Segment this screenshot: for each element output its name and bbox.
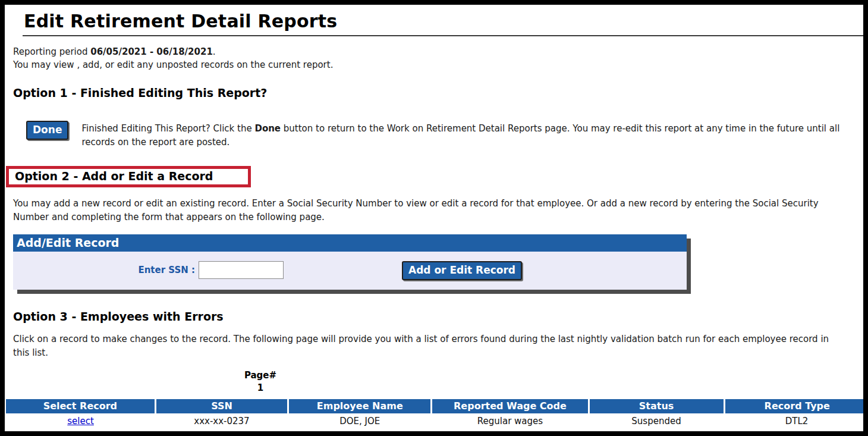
done-button[interactable]: Done — [26, 121, 68, 140]
option1-desc-before: Finished Editing This Report? Click the — [81, 123, 254, 134]
select-record-link[interactable]: select — [67, 416, 94, 426]
option1-heading: Option 1 - Finished Editing This Report? — [13, 86, 863, 99]
page-number-label: Page# — [222, 369, 299, 382]
page-number-block: Page# 1 — [222, 369, 299, 394]
record-type-cell: DTL2 — [724, 413, 868, 429]
ssn-input[interactable] — [199, 261, 284, 279]
employees-with-errors-table: Select Record SSN Employee Name Reported… — [6, 399, 868, 429]
option1-description: Finished Editing This Report? Click the … — [81, 122, 848, 149]
column-header-reported-wage-code: Reported Wage Code — [432, 399, 589, 413]
page-title: Edit Retirement Detail Reports — [24, 11, 863, 32]
column-header-select-record: Select Record — [6, 399, 155, 413]
option1-row: Done Finished Editing This Report? Click… — [26, 121, 863, 149]
column-header-record-type: Record Type — [724, 399, 868, 413]
table-header-row: Select Record SSN Employee Name Reported… — [6, 399, 868, 413]
reported-wage-code-cell: Regular wages — [432, 413, 589, 429]
option3-heading: Option 3 - Employees with Errors — [13, 310, 863, 323]
ssn-cell: xxx-xx-0237 — [155, 413, 288, 429]
intro-text: Reporting period 06/05/2021 - 06/18/2021… — [13, 45, 863, 71]
add-edit-record-panel-body: Enter SSN : Add or Edit Record — [13, 252, 687, 290]
reporting-period-line: Reporting period 06/05/2021 - 06/18/2021… — [13, 45, 863, 58]
option2-annotation-box: Option 2 - Add or Edit a Record — [6, 166, 251, 187]
title-divider — [23, 35, 863, 36]
column-header-employee-name: Employee Name — [288, 399, 432, 413]
option1-desc-bold: Done — [254, 123, 281, 134]
add-edit-record-panel: Add/Edit Record Enter SSN : Add or Edit … — [13, 234, 687, 290]
column-header-ssn: SSN — [155, 399, 288, 413]
table-row: select xxx-xx-0237 DOE, JOE Regular wage… — [6, 413, 868, 429]
edit-retirement-detail-reports-page: Edit Retirement Detail Reports Reporting… — [0, 0, 868, 436]
intro-line2: You may view , add, or edit any unposted… — [13, 58, 863, 71]
enter-ssn-label: Enter SSN : — [13, 265, 195, 275]
column-header-status: Status — [589, 399, 724, 413]
page-number-value: 1 — [222, 382, 299, 394]
option2-description: You may add a new record or edit an exis… — [13, 197, 848, 224]
employee-name-cell: DOE, JOE — [288, 413, 432, 429]
reporting-period-prefix: Reporting period — [13, 46, 90, 57]
reporting-period-suffix: . — [213, 46, 216, 57]
select-record-cell: select — [6, 413, 155, 429]
add-edit-record-panel-header: Add/Edit Record — [13, 234, 687, 252]
window-top-edge — [11, 0, 857, 2]
status-cell: Suspended — [589, 413, 724, 429]
reporting-period-value: 06/05/2021 - 06/18/2021 — [90, 46, 213, 57]
option2-heading: Option 2 - Add or Edit a Record — [15, 170, 242, 183]
option3-description: Click on a record to make changes to the… — [13, 333, 848, 360]
add-or-edit-record-button[interactable]: Add or Edit Record — [402, 261, 522, 280]
